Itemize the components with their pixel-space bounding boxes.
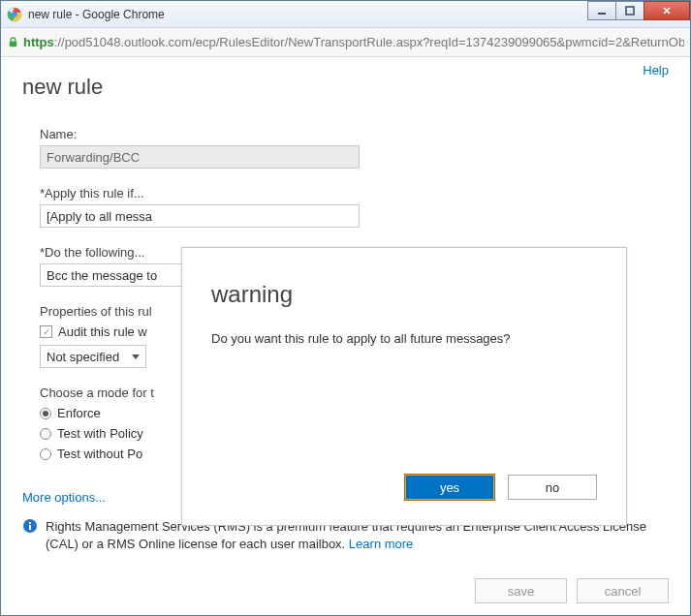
more-options-link[interactable]: More options... <box>22 490 106 505</box>
lock-icon <box>7 36 19 49</box>
no-button[interactable]: no <box>508 475 597 500</box>
audit-checkbox[interactable]: ✓ <box>40 325 52 338</box>
dialog-title: warning <box>211 281 597 308</box>
apply-label: *Apply this rule if... <box>40 186 391 200</box>
window-titlebar: new rule - Google Chrome <box>1 1 690 28</box>
mode-test-without-label: Test without Po <box>57 447 142 461</box>
mode-enforce-label: Enforce <box>57 406 101 420</box>
minimize-button[interactable] <box>587 1 616 20</box>
maximize-button[interactable] <box>615 1 644 20</box>
address-bar[interactable]: https://pod51048.outlook.com/ecp/RulesEd… <box>1 28 690 57</box>
name-label: Name: <box>40 127 391 141</box>
svg-rect-4 <box>10 41 16 46</box>
window-controls <box>588 1 690 20</box>
window-title: new rule - Google Chrome <box>28 8 165 21</box>
mode-test-policy-label: Test with Policy <box>57 426 143 441</box>
chrome-icon <box>7 7 22 22</box>
mode-enforce-radio[interactable] <box>40 408 51 419</box>
help-link[interactable]: Help <box>643 63 669 77</box>
learn-more-link[interactable]: Learn more <box>349 537 413 551</box>
page-title: new rule <box>22 75 669 100</box>
severity-select[interactable]: Not specified <box>40 345 146 368</box>
severity-value: Not specified <box>47 350 119 364</box>
apply-select[interactable]: [Apply to all messa <box>40 204 360 228</box>
mode-test-without-radio[interactable] <box>40 448 51 460</box>
svg-rect-2 <box>598 13 606 15</box>
info-icon <box>22 518 38 534</box>
url-scheme: https <box>23 35 54 49</box>
url-path: ://pod51048.outlook.com/ecp/RulesEditor/… <box>54 35 684 49</box>
save-button[interactable]: save <box>475 578 567 603</box>
dialog-text: Do you want this rule to apply to all fu… <box>211 331 597 346</box>
svg-rect-3 <box>626 7 634 15</box>
footer-buttons: save cancel <box>475 578 669 603</box>
name-input[interactable] <box>40 145 360 169</box>
dialog-buttons: yes no <box>405 475 597 500</box>
mode-test-policy-radio[interactable] <box>40 428 51 440</box>
page-content: Help new rule Name: *Apply this rule if.… <box>1 57 690 615</box>
do-select-value: Bcc the message to <box>47 268 157 283</box>
close-button[interactable] <box>644 1 690 20</box>
chevron-down-icon <box>132 354 140 359</box>
svg-rect-7 <box>29 522 31 524</box>
audit-label: Audit this rule w <box>58 324 147 339</box>
warning-dialog: warning Do you want this rule to apply t… <box>181 247 627 526</box>
yes-button[interactable]: yes <box>405 475 494 500</box>
svg-rect-6 <box>29 525 31 530</box>
cancel-button[interactable]: cancel <box>577 578 669 603</box>
apply-select-value: [Apply to all messa <box>47 209 152 224</box>
